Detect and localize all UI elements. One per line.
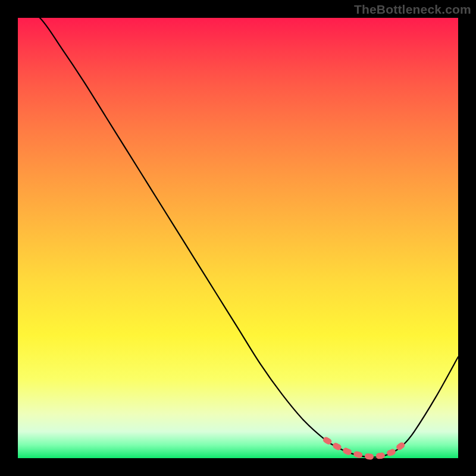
chart-frame: TheBottleneck.com [0, 0, 476, 476]
curve-svg [18, 18, 458, 458]
plot-area [18, 18, 458, 458]
optimum-dash [326, 440, 405, 456]
main-curve [18, 5, 458, 458]
attribution-text: TheBottleneck.com [354, 2, 471, 17]
